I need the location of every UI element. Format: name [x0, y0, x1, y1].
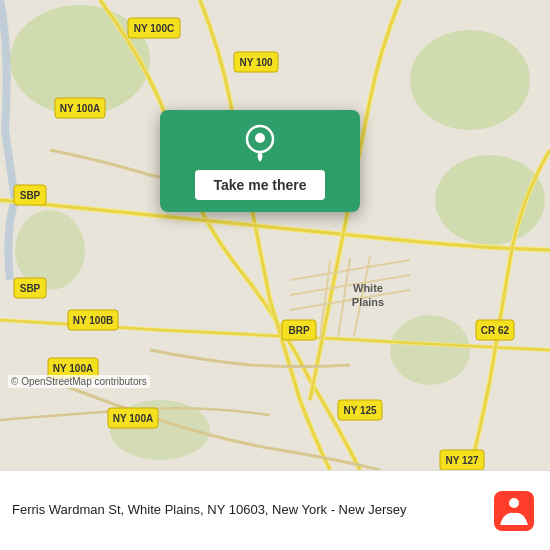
svg-text:NY 100A: NY 100A	[60, 103, 100, 114]
svg-point-36	[509, 498, 519, 508]
svg-text:NY 100A: NY 100A	[53, 363, 93, 374]
svg-text:SBP: SBP	[20, 283, 41, 294]
address-text: Ferris Wardman St, White Plains, NY 1060…	[12, 501, 490, 519]
popup-card: Take me there	[160, 110, 360, 212]
location-pin-icon	[241, 124, 279, 162]
svg-text:NY 125: NY 125	[343, 405, 377, 416]
moovit-logo-icon	[490, 487, 538, 535]
svg-point-4	[390, 315, 470, 385]
svg-text:NY 100A: NY 100A	[113, 413, 153, 424]
svg-text:Plains: Plains	[352, 296, 384, 308]
svg-text:White: White	[353, 282, 383, 294]
svg-text:SBP: SBP	[20, 190, 41, 201]
svg-text:NY 100: NY 100	[239, 57, 273, 68]
moovit-logo	[490, 487, 538, 535]
map-container: NY 100C NY 100 NY 100A SBP SBP NY 100B N…	[0, 0, 550, 470]
svg-text:CR 62: CR 62	[481, 325, 510, 336]
svg-text:BRP: BRP	[288, 325, 309, 336]
map-svg: NY 100C NY 100 NY 100A SBP SBP NY 100B N…	[0, 0, 550, 470]
svg-point-2	[410, 30, 530, 130]
bottom-bar: Ferris Wardman St, White Plains, NY 1060…	[0, 470, 550, 550]
osm-credit: © OpenStreetMap contributors	[8, 375, 150, 388]
svg-text:NY 100B: NY 100B	[73, 315, 113, 326]
svg-text:NY 100C: NY 100C	[134, 23, 174, 34]
take-me-there-button[interactable]: Take me there	[195, 170, 324, 200]
svg-text:NY 127: NY 127	[445, 455, 479, 466]
svg-point-34	[255, 133, 265, 143]
